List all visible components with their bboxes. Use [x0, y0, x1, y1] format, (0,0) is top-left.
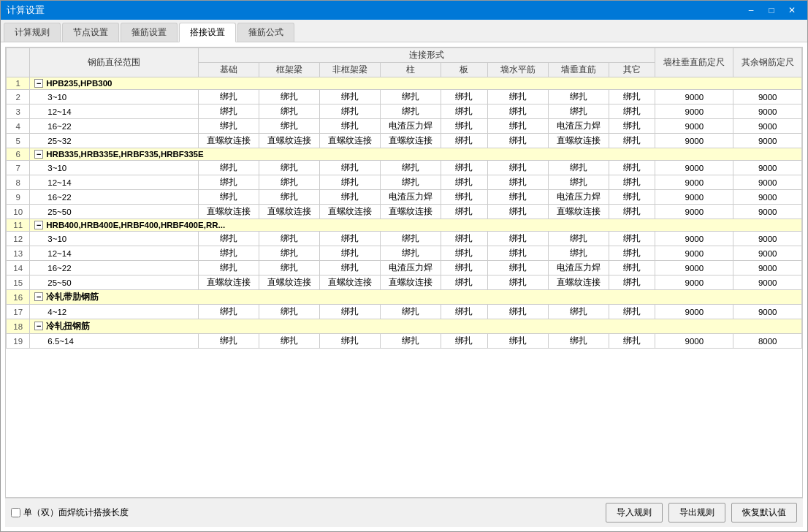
wall-fixed-cell[interactable]: 9000 — [655, 246, 733, 261]
wall-fixed-cell[interactable]: 9000 — [655, 232, 733, 246]
range-cell[interactable]: 3~10 — [30, 161, 199, 175]
qiangshuipinjin-cell[interactable]: 绑扎 — [487, 246, 548, 261]
other-fixed-cell[interactable]: 9000 — [733, 190, 802, 205]
feikuangjialiang-cell[interactable]: 绑扎 — [320, 261, 381, 276]
ban-cell[interactable]: 绑扎 — [441, 305, 487, 319]
qiangshuipinjin-cell[interactable]: 绑扎 — [487, 334, 548, 349]
qiangchuizhijin-cell[interactable]: 直螺纹连接 — [548, 134, 609, 148]
zhu-cell[interactable]: 电渣压力焊 — [381, 119, 441, 134]
kuangjialiang-cell[interactable]: 绑扎 — [259, 90, 320, 104]
feikuangjialiang-cell[interactable]: 绑扎 — [320, 305, 381, 319]
ban-cell[interactable]: 绑扎 — [441, 334, 487, 349]
other-fixed-cell[interactable]: 8000 — [733, 334, 802, 349]
wall-fixed-cell[interactable]: 9000 — [655, 305, 733, 319]
other-fixed-cell[interactable]: 9000 — [733, 161, 802, 175]
qiangchuizhijin-cell[interactable]: 电渣压力焊 — [548, 190, 609, 205]
tab-stirrup-settings[interactable]: 箍筋设置 — [121, 23, 178, 42]
qiangshuipinjin-cell[interactable]: 绑扎 — [487, 190, 548, 205]
jicuo-cell[interactable]: 绑扎 — [199, 246, 259, 261]
qiangshuipinjin-cell[interactable]: 绑扎 — [487, 90, 548, 104]
wall-fixed-cell[interactable]: 9000 — [655, 190, 733, 205]
kuangjialiang-cell[interactable]: 直螺纹连接 — [259, 276, 320, 290]
wall-fixed-cell[interactable]: 9000 — [655, 134, 733, 148]
ban-cell[interactable]: 绑扎 — [441, 205, 487, 219]
qita-cell[interactable]: 绑扎 — [609, 175, 655, 190]
range-cell[interactable]: 25~50 — [30, 276, 199, 290]
export-rules-button[interactable]: 导出规则 — [668, 503, 725, 522]
qiangchuizhijin-cell[interactable]: 绑扎 — [548, 104, 609, 119]
feikuangjialiang-cell[interactable]: 绑扎 — [320, 119, 381, 134]
wall-fixed-cell[interactable]: 9000 — [655, 261, 733, 276]
row-num[interactable]: 5 — [7, 134, 30, 148]
feikuangjialiang-cell[interactable]: 直螺纹连接 — [320, 276, 381, 290]
row-num[interactable]: 8 — [7, 175, 30, 190]
range-cell[interactable]: 6.5~14 — [30, 334, 199, 349]
feikuangjialiang-cell[interactable]: 绑扎 — [320, 161, 381, 175]
kuangjialiang-cell[interactable]: 绑扎 — [259, 175, 320, 190]
range-cell[interactable]: 4~12 — [30, 305, 199, 319]
tab-node-settings[interactable]: 节点设置 — [62, 23, 119, 42]
jicuo-cell[interactable]: 绑扎 — [199, 261, 259, 276]
qiangchuizhijin-cell[interactable]: 直螺纹连接 — [548, 276, 609, 290]
row-num[interactable]: 2 — [7, 90, 30, 104]
qiangchuizhijin-cell[interactable]: 绑扎 — [548, 232, 609, 246]
collapse-button[interactable]: − — [34, 292, 43, 301]
feikuangjialiang-cell[interactable]: 直螺纹连接 — [320, 134, 381, 148]
qita-cell[interactable]: 绑扎 — [609, 232, 655, 246]
range-cell[interactable]: 16~22 — [30, 190, 199, 205]
qiangchuizhijin-cell[interactable]: 绑扎 — [548, 334, 609, 349]
other-fixed-cell[interactable]: 9000 — [733, 134, 802, 148]
qiangshuipinjin-cell[interactable]: 绑扎 — [487, 104, 548, 119]
qiangchuizhijin-cell[interactable]: 绑扎 — [548, 305, 609, 319]
feikuangjialiang-cell[interactable]: 绑扎 — [320, 90, 381, 104]
jicuo-cell[interactable]: 直螺纹连接 — [199, 205, 259, 219]
other-fixed-cell[interactable]: 9000 — [733, 232, 802, 246]
zhu-cell[interactable]: 电渣压力焊 — [381, 261, 441, 276]
kuangjialiang-cell[interactable]: 绑扎 — [259, 119, 320, 134]
row-num[interactable]: 4 — [7, 119, 30, 134]
zhu-cell[interactable]: 直螺纹连接 — [381, 134, 441, 148]
zhu-cell[interactable]: 电渣压力焊 — [381, 190, 441, 205]
ban-cell[interactable]: 绑扎 — [441, 161, 487, 175]
jicuo-cell[interactable]: 绑扎 — [199, 161, 259, 175]
zhu-cell[interactable]: 绑扎 — [381, 90, 441, 104]
feikuangjialiang-cell[interactable]: 绑扎 — [320, 104, 381, 119]
qita-cell[interactable]: 绑扎 — [609, 261, 655, 276]
wall-fixed-cell[interactable]: 9000 — [655, 119, 733, 134]
zhu-cell[interactable]: 绑扎 — [381, 161, 441, 175]
kuangjialiang-cell[interactable]: 绑扎 — [259, 305, 320, 319]
kuangjialiang-cell[interactable]: 绑扎 — [259, 232, 320, 246]
jicuo-cell[interactable]: 直螺纹连接 — [199, 134, 259, 148]
qiangshuipinjin-cell[interactable]: 绑扎 — [487, 205, 548, 219]
qiangchuizhijin-cell[interactable]: 直螺纹连接 — [548, 205, 609, 219]
row-num[interactable]: 13 — [7, 246, 30, 261]
row-num[interactable]: 14 — [7, 261, 30, 276]
ban-cell[interactable]: 绑扎 — [441, 246, 487, 261]
qiangshuipinjin-cell[interactable]: 绑扎 — [487, 232, 548, 246]
jicuo-cell[interactable]: 绑扎 — [199, 305, 259, 319]
collapse-button[interactable]: − — [34, 221, 43, 229]
kuangjialiang-cell[interactable]: 绑扎 — [259, 246, 320, 261]
zhu-cell[interactable]: 绑扎 — [381, 334, 441, 349]
jicuo-cell[interactable]: 绑扎 — [199, 334, 259, 349]
minimize-button[interactable]: – — [742, 3, 761, 18]
feikuangjialiang-cell[interactable]: 绑扎 — [320, 334, 381, 349]
feikuangjialiang-cell[interactable]: 绑扎 — [320, 190, 381, 205]
kuangjialiang-cell[interactable]: 直螺纹连接 — [259, 134, 320, 148]
tab-calc-rules[interactable]: 计算规则 — [4, 23, 61, 42]
range-cell[interactable]: 25~32 — [30, 134, 199, 148]
tab-splice-settings[interactable]: 搭接设置 — [179, 23, 236, 42]
qiangshuipinjin-cell[interactable]: 绑扎 — [487, 261, 548, 276]
row-num[interactable]: 7 — [7, 161, 30, 175]
close-button[interactable]: ✕ — [782, 3, 801, 18]
qita-cell[interactable]: 绑扎 — [609, 246, 655, 261]
feikuangjialiang-cell[interactable]: 绑扎 — [320, 232, 381, 246]
qita-cell[interactable]: 绑扎 — [609, 90, 655, 104]
single-double-weld-checkbox[interactable] — [11, 508, 20, 517]
collapse-button[interactable]: − — [34, 150, 43, 159]
ban-cell[interactable]: 绑扎 — [441, 232, 487, 246]
collapse-button[interactable]: − — [34, 79, 43, 88]
qiangshuipinjin-cell[interactable]: 绑扎 — [487, 175, 548, 190]
qiangchuizhijin-cell[interactable]: 电渣压力焊 — [548, 119, 609, 134]
qita-cell[interactable]: 绑扎 — [609, 205, 655, 219]
